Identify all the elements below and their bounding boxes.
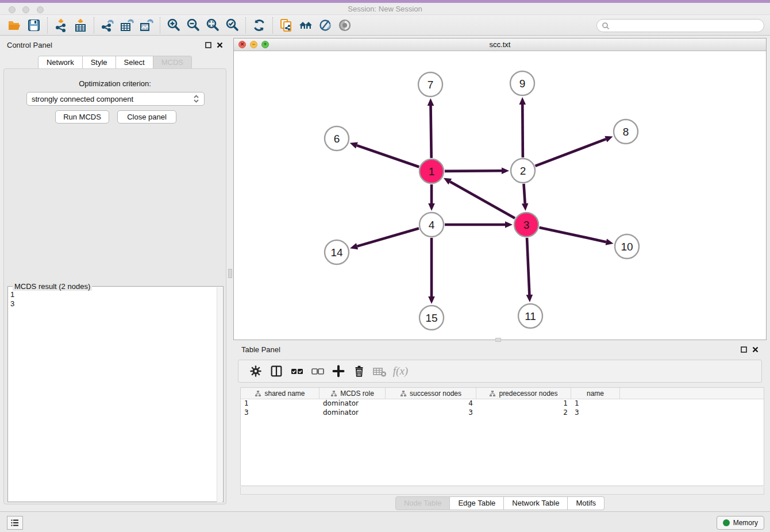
edge-arrowhead xyxy=(605,136,613,142)
zoom-out-icon[interactable] xyxy=(183,17,203,34)
graph-edge[interactable] xyxy=(536,139,606,166)
task-list-icon xyxy=(10,518,20,528)
graph-edge[interactable] xyxy=(445,171,502,171)
table-cell[interactable]: dominator xyxy=(319,399,386,408)
window-title: Session: New Session xyxy=(0,3,770,15)
table-cell[interactable]: 1 xyxy=(571,399,620,408)
task-history-button[interactable] xyxy=(7,516,23,530)
table-cell[interactable]: 1 xyxy=(241,399,319,408)
graph-edge[interactable] xyxy=(539,228,606,242)
graph-edge[interactable] xyxy=(430,106,431,158)
close-panel-icon[interactable] xyxy=(217,42,223,48)
column-header-predecessor-nodes[interactable]: predecessor nodes xyxy=(476,388,571,399)
close-panel-button[interactable]: Close panel xyxy=(117,110,176,124)
toolbar-separator xyxy=(160,17,160,33)
tab-network-table[interactable]: Network Table xyxy=(504,496,568,510)
mcds-panel: Optimization criterion: strongly connect… xyxy=(3,68,226,504)
column-type-icon xyxy=(489,390,496,397)
table-cell[interactable]: dominator xyxy=(319,408,386,418)
tab-mcds[interactable]: MCDS xyxy=(153,56,192,70)
table-cell[interactable]: 3 xyxy=(241,408,319,418)
refresh-icon[interactable] xyxy=(249,17,269,34)
gear-icon[interactable] xyxy=(245,362,266,380)
delete-column-icon[interactable] xyxy=(349,362,369,380)
delete-table-icon[interactable] xyxy=(369,362,390,380)
add-column-icon[interactable] xyxy=(328,362,349,380)
tab-node-table[interactable]: Node Table xyxy=(395,496,451,510)
column-header-shared-name[interactable]: shared name xyxy=(241,388,319,399)
vertical-splitter-handle[interactable] xyxy=(228,269,232,278)
graph-edge[interactable] xyxy=(357,145,419,167)
zoom-selected-icon[interactable] xyxy=(222,17,242,34)
export-network-icon[interactable] xyxy=(98,17,117,34)
tab-network[interactable]: Network xyxy=(38,56,83,70)
mcds-result-line: 1 xyxy=(10,290,14,299)
graph-edge[interactable] xyxy=(523,184,525,203)
toolbar-separator xyxy=(272,17,273,33)
table-row[interactable]: 3dominator323 xyxy=(241,408,764,418)
node-table[interactable]: shared name MCDS role successor nodes pr… xyxy=(240,387,764,486)
graph-edge[interactable] xyxy=(527,238,529,295)
graph-edge[interactable] xyxy=(450,182,515,218)
table-row[interactable]: 1dominator411 xyxy=(241,399,764,408)
window-controls[interactable] xyxy=(9,5,44,16)
node-label: 8 xyxy=(623,126,629,138)
column-header-mcds-role[interactable]: MCDS role xyxy=(319,388,386,399)
graph-edge[interactable] xyxy=(522,105,523,157)
float-table-panel-icon[interactable] xyxy=(741,346,747,353)
table-scrollbar[interactable] xyxy=(240,487,764,495)
save-session-icon[interactable] xyxy=(24,17,44,34)
table-cell[interactable]: 3 xyxy=(571,408,620,418)
import-network-icon[interactable] xyxy=(51,17,71,34)
tab-select[interactable]: Select xyxy=(116,56,153,70)
close-table-panel-icon[interactable] xyxy=(752,346,759,353)
open-file-icon[interactable] xyxy=(5,17,24,34)
column-header-name[interactable]: name xyxy=(571,388,620,399)
home-layout-icon[interactable] xyxy=(296,17,315,34)
network-window-titlebar[interactable]: ✕ − + scc.txt xyxy=(234,38,766,51)
tab-edge-table[interactable]: Edge Table xyxy=(450,496,504,510)
close-window-button[interactable] xyxy=(9,6,16,13)
control-panel: Control Panel Network Style Select MCDS … xyxy=(0,38,230,507)
tab-style[interactable]: Style xyxy=(83,56,116,70)
tab-motifs[interactable]: Motifs xyxy=(568,496,605,510)
import-table-icon[interactable] xyxy=(71,17,90,34)
mcds-result-text[interactable]: 13 xyxy=(10,290,14,309)
minimize-window-button[interactable] xyxy=(22,6,29,13)
window-titlebar[interactable]: Session: New Session xyxy=(0,3,770,15)
node-label: 4 xyxy=(429,219,435,231)
export-table-icon[interactable] xyxy=(117,17,137,34)
edge-arrowhead xyxy=(606,238,614,245)
status-bar: Memory xyxy=(0,511,770,532)
column-layout-icon[interactable] xyxy=(266,362,287,380)
mcds-result-box: MCDS result (2 nodes) 13 xyxy=(7,286,224,502)
run-mcds-button[interactable]: Run MCDS xyxy=(55,110,109,124)
search-input[interactable] xyxy=(596,19,764,32)
zoom-fit-icon[interactable] xyxy=(203,17,222,34)
paint-style-icon[interactable] xyxy=(315,17,335,34)
network-canvas[interactable]: 1234678910111415 xyxy=(234,52,766,340)
copy-network-icon[interactable] xyxy=(276,17,296,34)
mcds-result-legend: MCDS result (2 nodes) xyxy=(13,282,92,291)
unselect-all-icon[interactable] xyxy=(307,362,328,380)
result-scrollbar[interactable] xyxy=(217,287,222,502)
optimization-criterion-select[interactable]: strongly connected component xyxy=(26,92,205,106)
node-label: 6 xyxy=(334,133,340,145)
select-all-icon[interactable] xyxy=(287,362,307,380)
table-cell[interactable]: 3 xyxy=(386,408,476,418)
table-cell[interactable]: 2 xyxy=(476,408,571,418)
node-label: 1 xyxy=(429,165,435,178)
edge-arrowhead xyxy=(526,295,533,302)
zoom-in-icon[interactable] xyxy=(164,17,183,34)
export-image-icon[interactable] xyxy=(137,17,156,34)
eye-icon[interactable] xyxy=(335,17,355,34)
memory-button[interactable]: Memory xyxy=(717,516,764,530)
zoom-window-button[interactable] xyxy=(37,6,44,13)
table-cell[interactable]: 1 xyxy=(476,399,571,408)
node-label: 15 xyxy=(425,312,437,324)
float-panel-icon[interactable] xyxy=(205,42,211,48)
graph-edge[interactable] xyxy=(357,228,419,246)
horizontal-splitter-handle[interactable] xyxy=(495,338,501,342)
column-header-successor-nodes[interactable]: successor nodes xyxy=(386,388,476,399)
table-cell[interactable]: 4 xyxy=(386,399,476,408)
